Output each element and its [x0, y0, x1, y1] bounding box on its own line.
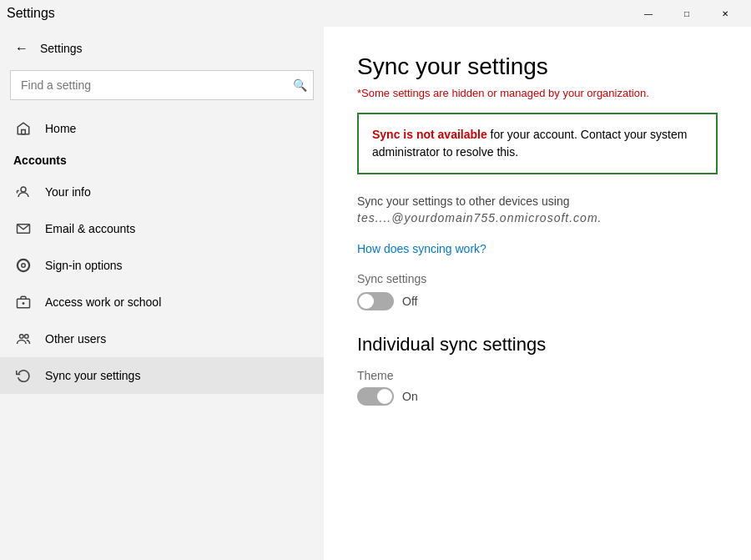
- sidebar-item-work-school[interactable]: Access work or school: [0, 284, 324, 320]
- accounts-section-label: Accounts: [0, 147, 324, 174]
- sync-settings-label: Sync settings: [357, 272, 718, 285]
- sync-warning-box: Sync is not available for your account. …: [357, 113, 718, 174]
- toggle-thumb: [359, 294, 374, 309]
- back-button[interactable]: ←: [10, 37, 33, 60]
- email-accounts-icon: [13, 219, 33, 239]
- sync-account-section: Sync your settings to other devices usin…: [357, 194, 718, 225]
- theme-toggle-thumb: [377, 389, 392, 404]
- minimize-button[interactable]: —: [629, 0, 668, 27]
- sidebar-item-home[interactable]: Home: [0, 110, 324, 147]
- sync-settings-icon: [13, 366, 33, 386]
- sidebar-item-sync-settings[interactable]: Sync your settings: [0, 357, 324, 394]
- sync-account-label: Sync your settings to other devices usin…: [357, 194, 718, 208]
- theme-label: Theme: [357, 369, 718, 382]
- search-box: 🔍: [10, 70, 314, 100]
- your-info-icon: [13, 182, 33, 202]
- svg-point-10: [20, 335, 24, 339]
- page-title: Sync your settings: [357, 53, 718, 80]
- org-notice: *Some settings are hidden or managed by …: [357, 87, 718, 99]
- sidebar-item-your-info[interactable]: Your info: [0, 174, 324, 210]
- sign-in-label: Sign-in options: [45, 259, 123, 272]
- sign-in-icon: [13, 255, 33, 275]
- home-icon: [13, 119, 33, 139]
- search-icon: 🔍: [293, 78, 307, 92]
- title-bar-title: Settings: [7, 6, 55, 21]
- sync-settings-label: Sync your settings: [45, 369, 140, 382]
- theme-individual-item: Theme On: [357, 369, 718, 406]
- search-input[interactable]: [10, 70, 314, 100]
- sidebar: ← Settings 🔍 Home Accounts: [0, 27, 324, 560]
- close-button[interactable]: ✕: [706, 0, 744, 27]
- theme-toggle-row: On: [357, 387, 718, 406]
- theme-toggle[interactable]: [357, 387, 394, 406]
- sync-settings-group: Sync settings Off: [357, 272, 718, 310]
- sync-warning-bold: Sync is not available: [372, 128, 487, 141]
- how-syncing-link[interactable]: How does syncing work?: [357, 242, 486, 255]
- app-title: Settings: [40, 42, 83, 55]
- email-accounts-label: Email & accounts: [45, 222, 135, 235]
- svg-point-5: [22, 264, 26, 268]
- main-layout: ← Settings 🔍 Home Accounts: [0, 27, 751, 560]
- other-users-icon: [13, 329, 33, 349]
- svg-point-11: [25, 335, 29, 339]
- sync-toggle-row: Off: [357, 292, 718, 310]
- your-info-label: Your info: [45, 185, 91, 199]
- sync-toggle-label: Off: [402, 295, 417, 308]
- title-bar: Settings — □ ✕: [0, 0, 751, 27]
- back-icon: ←: [15, 41, 28, 56]
- sidebar-item-email-accounts[interactable]: Email & accounts: [0, 210, 324, 247]
- svg-rect-0: [22, 130, 26, 134]
- home-label: Home: [45, 122, 76, 135]
- sidebar-item-sign-in[interactable]: Sign-in options: [0, 247, 324, 284]
- individual-sync-title: Individual sync settings: [357, 334, 718, 356]
- maximize-button[interactable]: □: [668, 0, 706, 27]
- sync-toggle[interactable]: [357, 292, 394, 310]
- other-users-label: Other users: [45, 332, 106, 346]
- work-school-icon: [13, 292, 33, 312]
- sidebar-header: ← Settings: [0, 27, 324, 67]
- sync-account-value: tes....@yourdomain755.onmicrosoft.com.: [357, 211, 718, 225]
- search-button[interactable]: 🔍: [293, 78, 307, 92]
- title-bar-controls: — □ ✕: [629, 0, 744, 27]
- content-area: Sync your settings *Some settings are hi…: [324, 27, 751, 560]
- theme-toggle-label: On: [402, 390, 418, 403]
- sidebar-item-other-users[interactable]: Other users: [0, 320, 324, 357]
- svg-point-6: [18, 260, 29, 271]
- work-school-label: Access work or school: [45, 295, 161, 309]
- svg-point-1: [21, 187, 26, 192]
